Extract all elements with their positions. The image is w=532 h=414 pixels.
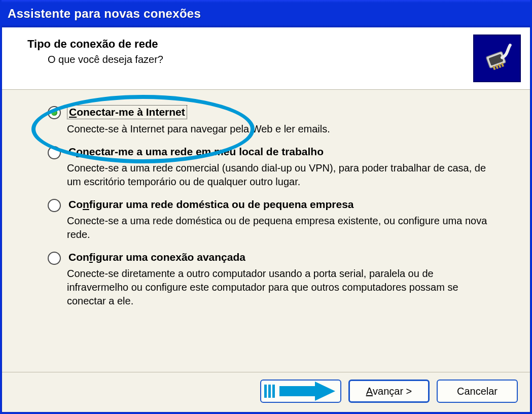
cancel-button[interactable]: Cancelar bbox=[437, 380, 518, 403]
wizard-header: Tipo de conexão de rede O que você desej… bbox=[2, 27, 530, 90]
svg-marker-9 bbox=[279, 382, 335, 401]
back-arrow-stripes-icon bbox=[264, 384, 275, 399]
option-description: Conecte-se a uma rede comercial (usando … bbox=[67, 161, 505, 189]
network-modem-icon bbox=[473, 34, 521, 82]
option-advanced-connection[interactable]: Configurar uma conexão avançada Conecte-… bbox=[48, 251, 505, 308]
client-area: Tipo de conexão de rede O que você desej… bbox=[2, 27, 530, 412]
option-description: Conecte-se diretamente a outro computado… bbox=[67, 267, 505, 308]
wizard-window: Assistente para novas conexões Tipo de c… bbox=[0, 0, 532, 414]
arrow-right-annotation-icon bbox=[279, 382, 335, 401]
wizard-footer: Avançar > Cancelar bbox=[2, 372, 530, 412]
radio-connect-internet[interactable] bbox=[48, 106, 61, 119]
option-connect-workplace[interactable]: Conectar-me a uma rede em meu local de t… bbox=[48, 145, 505, 189]
svg-rect-6 bbox=[264, 385, 267, 398]
option-connect-internet[interactable]: Conectar-me à Internet Conecte-se à Inte… bbox=[48, 105, 505, 136]
radio-home-network[interactable] bbox=[48, 199, 61, 212]
titlebar[interactable]: Assistente para novas conexões bbox=[2, 0, 530, 27]
option-description: Conecte-se à Internet para navegar pela … bbox=[67, 122, 505, 136]
radio-advanced-connection[interactable] bbox=[48, 252, 61, 265]
titlebar-text: Assistente para novas conexões bbox=[8, 7, 201, 21]
option-title[interactable]: Conectar-me à Internet bbox=[67, 105, 187, 119]
option-title[interactable]: Conectar-me a uma rede em meu local de t… bbox=[67, 145, 325, 158]
page-title: Tipo de conexão de rede bbox=[27, 38, 473, 51]
next-button[interactable]: Avançar > bbox=[348, 380, 430, 403]
option-title[interactable]: Configurar uma conexão avançada bbox=[67, 251, 247, 264]
svg-rect-8 bbox=[272, 385, 275, 398]
option-title[interactable]: Configurar uma rede doméstica ou de pequ… bbox=[67, 198, 356, 211]
option-description: Conecte-se a uma rede doméstica ou de pe… bbox=[67, 214, 505, 242]
page-subtitle: O que você deseja fazer? bbox=[27, 54, 473, 65]
back-button[interactable] bbox=[260, 380, 341, 403]
radio-connect-workplace[interactable] bbox=[48, 146, 61, 159]
svg-rect-7 bbox=[268, 385, 271, 398]
option-home-network[interactable]: Configurar uma rede doméstica ou de pequ… bbox=[48, 198, 505, 242]
wizard-body: Conectar-me à Internet Conecte-se à Inte… bbox=[2, 90, 530, 372]
